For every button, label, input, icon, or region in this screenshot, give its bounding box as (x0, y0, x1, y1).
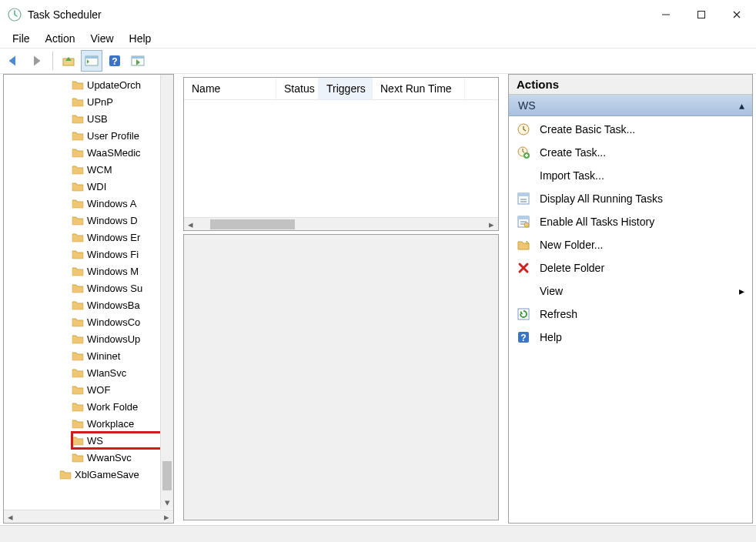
close-button[interactable] (719, 3, 754, 26)
tree-item[interactable]: WS (72, 432, 173, 449)
tree-item-label: UPnP (87, 96, 113, 108)
tree-item[interactable]: User Profile (72, 127, 173, 144)
tree-item[interactable]: WaaSMedic (72, 144, 173, 161)
action-item[interactable]: New Folder... (509, 233, 752, 256)
icon-placeholder (517, 284, 530, 298)
action-item[interactable]: ?Help (509, 326, 752, 349)
action-item[interactable]: Create Basic Task... (509, 118, 752, 141)
nav-forward-button[interactable] (26, 50, 48, 72)
help-button[interactable]: ? (104, 50, 125, 72)
action-item[interactable]: Display All Running Tasks (509, 187, 752, 210)
action-label: Create Task... (540, 146, 606, 159)
delete-icon (517, 261, 530, 275)
tree-item[interactable]: Windows M (72, 263, 173, 279)
tree-item[interactable]: WDI (72, 178, 173, 195)
tree-item[interactable]: Wininet (72, 347, 173, 364)
tree-item-label: Windows D (87, 215, 138, 226)
tree-item[interactable]: XblGameSave (59, 466, 173, 483)
tree-item[interactable]: WindowsUp (72, 330, 173, 347)
action-item[interactable]: Enable All Tasks History (509, 210, 752, 233)
scrollbar-thumb[interactable] (162, 461, 172, 490)
minimize-button[interactable] (648, 3, 684, 26)
svg-text:?: ? (520, 333, 526, 343)
action-item[interactable]: Delete Folder (509, 256, 752, 279)
tree-item-label: WwanSvc (87, 452, 132, 463)
tasks-icon (517, 192, 530, 206)
tree-item-label: USB (87, 113, 108, 125)
tree-item-label: Windows Su (87, 283, 142, 294)
maximize-button[interactable] (684, 3, 719, 26)
tree-item-label: WOF (87, 384, 110, 396)
tree-item[interactable]: WwanSvc (72, 449, 173, 466)
window-controls (648, 3, 754, 26)
scroll-right-icon[interactable]: ▸ (485, 219, 498, 230)
tree-item[interactable]: USB (72, 110, 173, 127)
tree-item[interactable]: UPnP (72, 93, 173, 110)
menu-file[interactable]: File (5, 31, 38, 46)
action-item[interactable]: View▸ (509, 279, 752, 303)
tree-item[interactable]: WOF (72, 381, 173, 398)
tree-item[interactable]: WindowsBa (72, 296, 173, 313)
tree-item-label: WindowsCo (87, 316, 140, 328)
tree-item[interactable]: UpdateOrch (72, 76, 173, 93)
tree-vertical-scrollbar[interactable]: ▾ (160, 75, 173, 509)
tree-item-label: WindowsBa (87, 299, 140, 311)
column-header[interactable]: Status (276, 78, 319, 99)
chevron-right-icon: ▸ (739, 285, 744, 297)
actions-group-title[interactable]: WS ▴ (509, 95, 752, 116)
actions-panel: Actions WS ▴ Create Basic Task...Create … (508, 74, 753, 524)
tree-item[interactable]: Windows A (72, 195, 173, 212)
tree-item-label: Windows A (87, 198, 136, 209)
svg-rect-8 (132, 56, 144, 59)
menu-help[interactable]: Help (122, 31, 159, 46)
tree-item-label: Workplace (87, 418, 134, 430)
up-folder-button[interactable] (58, 50, 79, 72)
svg-rect-15 (518, 216, 529, 219)
show-hide-tree-button[interactable] (81, 50, 102, 72)
tree-horizontal-scrollbar[interactable]: ◂ ▸ (4, 510, 173, 523)
scroll-right-icon[interactable]: ▸ (160, 511, 173, 523)
action-item[interactable]: Create Task... (509, 141, 752, 164)
tree-item[interactable]: Windows Su (72, 279, 173, 296)
action-item[interactable]: Import Task... (509, 164, 752, 187)
action-label: Enable All Tasks History (540, 216, 654, 228)
menu-view[interactable]: View (82, 31, 121, 46)
window-title: Task Scheduler (28, 8, 648, 21)
nav-back-button[interactable] (3, 50, 25, 72)
column-header[interactable]: Name (184, 78, 276, 99)
tree-item-label: XblGameSave (75, 469, 139, 480)
tree-item[interactable]: Windows Er (72, 229, 173, 246)
column-header[interactable]: Triggers (319, 78, 373, 99)
action-label: New Folder... (540, 239, 603, 251)
actions-group-label: WS (518, 99, 536, 112)
listview-horizontal-scrollbar[interactable]: ◂ ▸ (184, 217, 498, 230)
actions-body: Create Basic Task...Create Task...Import… (509, 116, 752, 350)
scroll-left-icon[interactable]: ◂ (184, 219, 197, 230)
tree-item[interactable]: WindowsCo (72, 313, 173, 330)
help-icon: ? (517, 330, 530, 344)
menu-action[interactable]: Action (38, 31, 83, 46)
scroll-down-icon[interactable]: ▾ (161, 496, 173, 509)
titlebar: Task Scheduler (0, 0, 756, 29)
svg-point-16 (524, 222, 529, 227)
new-folder-icon (517, 238, 530, 252)
show-hide-action-button[interactable] (127, 50, 149, 72)
scroll-left-icon[interactable]: ◂ (4, 511, 17, 523)
tree-item[interactable]: WCM (72, 161, 173, 178)
tree-item-label: Windows Er (87, 232, 140, 243)
scrollbar-thumb[interactable] (210, 219, 295, 229)
tree-item-label: WindowsUp (87, 333, 140, 345)
column-header[interactable]: Next Run Time (373, 78, 465, 99)
svg-rect-4 (85, 56, 98, 59)
statusbar (0, 525, 756, 542)
tree-item[interactable]: Windows Fi (72, 246, 173, 263)
tree-item-label: WlanSvc (87, 367, 126, 379)
tree-item[interactable]: Workplace (72, 415, 173, 432)
tree-item[interactable]: Windows D (72, 212, 173, 229)
svg-rect-1 (698, 12, 705, 18)
tree-item[interactable]: Work Folde (72, 398, 173, 415)
tree-item[interactable]: WlanSvc (72, 364, 173, 381)
action-item[interactable]: Refresh (509, 303, 752, 326)
tree-item-label: User Profile (87, 130, 139, 142)
icon-placeholder (517, 169, 530, 182)
